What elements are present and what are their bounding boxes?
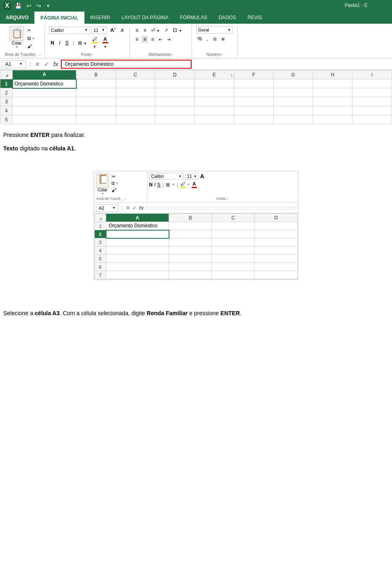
undo-icon[interactable]: ↩ <box>25 2 33 10</box>
screenshot2-fx-icon[interactable]: fx <box>139 205 144 211</box>
format-painter-button[interactable]: 🖌 <box>26 43 37 49</box>
comma-button[interactable]: , <box>205 35 210 43</box>
cell-F1[interactable] <box>234 79 274 88</box>
screenshot2-col-B[interactable]: B <box>169 214 212 222</box>
align-middle-button[interactable]: ≡ <box>142 27 148 34</box>
row-header-2[interactable]: 2 <box>0 88 13 97</box>
screenshot2-cell-B4[interactable] <box>169 247 212 255</box>
col-header-E[interactable]: E ↓ <box>194 70 234 79</box>
align-left-button[interactable]: ≡ <box>134 36 140 43</box>
customize-icon[interactable]: ▼ <box>45 3 51 9</box>
screenshot2-cell-A6[interactable] <box>106 263 169 271</box>
row-header-4[interactable]: 4 <box>0 106 13 115</box>
screenshot2-row-5[interactable]: 5 <box>95 255 106 263</box>
cell-H2[interactable] <box>313 88 352 97</box>
col-header-D[interactable]: D <box>155 70 195 79</box>
font-shrink-button[interactable]: A- <box>119 27 126 34</box>
percent-button[interactable]: % <box>196 35 204 43</box>
screenshot2-row-4[interactable]: 4 <box>95 247 106 255</box>
screenshot2-cell-D3[interactable] <box>255 238 298 247</box>
increase-decimal-button[interactable]: ⊕ <box>220 36 226 42</box>
cell-H5[interactable] <box>313 115 352 124</box>
cell-C5[interactable] <box>116 115 155 124</box>
screenshot2-font-color-button[interactable]: A <box>192 181 197 188</box>
align-center-button[interactable]: ≡ <box>142 36 148 43</box>
cell-C2[interactable] <box>116 88 155 97</box>
alignment-dialog-launcher[interactable]: ⌐ <box>172 53 174 56</box>
tab-formulas[interactable]: FÓRMULAS <box>174 11 213 24</box>
cell-I3[interactable] <box>352 97 392 106</box>
screenshot2-copy-button[interactable]: ⧉ ▼ <box>111 181 119 186</box>
screenshot2-row-6[interactable]: 6 <box>95 263 106 271</box>
cell-I4[interactable] <box>352 106 392 115</box>
cell-A4[interactable] <box>13 106 76 115</box>
screenshot2-cell-B1[interactable] <box>169 222 212 230</box>
screenshot2-clipboard-launcher[interactable]: ⌐ <box>124 197 126 201</box>
bold-button[interactable]: N <box>49 39 56 47</box>
screenshot2-cell-B5[interactable] <box>169 255 212 263</box>
cell-G2[interactable] <box>274 88 313 97</box>
formula-input[interactable] <box>61 60 192 69</box>
fill-color-button[interactable]: 🖊 ▼ <box>90 36 99 50</box>
screenshot2-cell-B6[interactable] <box>169 263 212 271</box>
cell-G4[interactable] <box>274 106 313 115</box>
screenshot2-col-D[interactable]: D <box>255 214 298 222</box>
screenshot2-confirm-icon[interactable]: ✓ <box>132 205 137 211</box>
font-color-button[interactable]: A ▼ <box>101 36 110 50</box>
screenshot2-cell-D5[interactable] <box>255 255 298 263</box>
col-header-F[interactable]: F <box>234 70 274 79</box>
screenshot2-cell-A2[interactable] <box>106 230 169 238</box>
screenshot2-cell-D2[interactable] <box>255 230 298 238</box>
cell-H1[interactable] <box>313 79 352 88</box>
cell-I2[interactable] <box>352 88 392 97</box>
copy-button[interactable]: ⧉ ▼ <box>26 35 37 42</box>
cell-E2[interactable] <box>194 88 234 97</box>
screenshot2-cell-A7[interactable] <box>106 271 169 279</box>
cut-button[interactable]: ✂ <box>26 27 37 34</box>
cell-H3[interactable] <box>313 97 352 106</box>
italic-button[interactable]: I <box>58 39 62 47</box>
screenshot2-cell-C2[interactable] <box>212 230 255 238</box>
cell-reference-box[interactable]: A1 ▼ <box>2 60 26 68</box>
tab-pagina-inicial[interactable]: PÁGINA INICIAL <box>34 11 85 24</box>
font-dialog-launcher[interactable]: ⌐ <box>92 53 94 56</box>
tab-layout[interactable]: LAYOUT DA PÁGINA <box>116 11 174 24</box>
screenshot2-cut-button[interactable]: ✂ <box>111 174 119 179</box>
cell-E1[interactable] <box>194 79 234 88</box>
cell-A5[interactable] <box>13 115 76 124</box>
screenshot2-cell-B3[interactable] <box>169 238 212 247</box>
insert-function-icon[interactable]: fx <box>52 60 59 68</box>
cell-C3[interactable] <box>116 97 155 106</box>
screenshot2-fill-color-button[interactable]: 🖊 <box>180 181 185 188</box>
screenshot2-cell-A4[interactable] <box>106 247 169 255</box>
cell-D5[interactable] <box>155 115 195 124</box>
decrease-decimal-button[interactable]: ⊟ <box>212 36 218 42</box>
confirm-formula-icon[interactable]: ✓ <box>43 60 50 68</box>
save-icon[interactable]: 💾 <box>13 2 23 10</box>
screenshot2-underline-button[interactable]: S <box>157 182 160 188</box>
cell-B1[interactable] <box>76 79 116 88</box>
cell-A3[interactable] <box>13 97 76 106</box>
screenshot2-col-A[interactable]: A <box>106 214 169 222</box>
screenshot2-paste[interactable]: Colar ▼ <box>96 173 109 196</box>
text-direction-button[interactable]: ↗ <box>163 27 169 33</box>
align-right-button[interactable]: ≡ <box>149 36 156 43</box>
cell-D3[interactable] <box>155 97 195 106</box>
tab-revisao[interactable]: REVIS <box>242 11 268 24</box>
screenshot2-cancel-icon[interactable]: ✕ <box>126 205 130 211</box>
screenshot2-col-C[interactable]: C <box>212 214 255 222</box>
screenshot2-borders-button[interactable]: ⊞ <box>166 182 170 188</box>
screenshot2-format-painter-button[interactable]: 🖌 <box>111 187 119 193</box>
tab-dados[interactable]: DADOS <box>213 11 242 24</box>
paste-button[interactable]: 📋 Colar ▼ <box>9 26 24 49</box>
borders-button[interactable]: ⊞ ▼ <box>76 39 88 47</box>
screenshot2-cell-A3[interactable] <box>106 238 169 247</box>
screenshot2-italic-button[interactable]: I <box>154 182 156 188</box>
screenshot2-font-launcher[interactable]: ⌐ <box>227 197 229 201</box>
row-header-1[interactable]: 1 <box>0 79 13 88</box>
cell-B2[interactable] <box>76 88 116 97</box>
row-header-5[interactable]: 5 <box>0 115 13 124</box>
cell-G5[interactable] <box>274 115 313 124</box>
cell-B5[interactable] <box>76 115 116 124</box>
clipboard-dialog-launcher[interactable]: ⌐ <box>39 53 41 56</box>
